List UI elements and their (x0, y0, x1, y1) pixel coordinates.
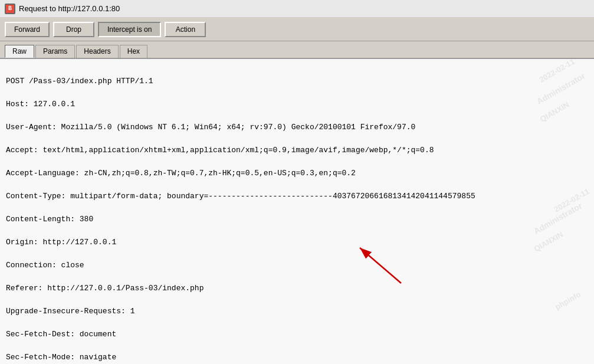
user-agent-header: User-Agent: Mozilla/5.0 (Windows NT 6.1;… (6, 123, 415, 132)
tab-raw[interactable]: Raw (5, 45, 34, 58)
content-type-header: Content-Type: multipart/form-data; bound… (6, 192, 475, 201)
content-length-header: Content-Length: 380 (6, 215, 93, 224)
request-content: 2022-02-11 Administrator QIANXIN 2022-02… (0, 59, 594, 364)
forward-button[interactable]: Forward (5, 22, 50, 37)
title-text: Request to http://127.0.0.1:80 (19, 4, 120, 13)
upgrade-header: Upgrade-Insecure-Requests: 1 (6, 307, 134, 316)
sec-fetch-dest: Sec-Fetch-Dest: document (6, 330, 116, 339)
intercept-button[interactable]: Intercept is on (98, 22, 161, 37)
title-bar: B Request to http://127.0.0.1:80 (0, 0, 594, 18)
accept-header: Accept: text/html,application/xhtml+xml,… (6, 146, 434, 155)
tab-params[interactable]: Params (35, 45, 75, 58)
connection-header: Connection: close (6, 261, 84, 270)
host-header: Host: 127.0.0.1 (6, 100, 75, 109)
http-request-text: POST /Pass-03/index.php HTTP/1.1 Host: 1… (6, 64, 588, 364)
sec-fetch-mode: Sec-Fetch-Mode: navigate (6, 353, 116, 362)
request-line: POST /Pass-03/index.php HTTP/1.1 (6, 77, 153, 86)
drop-button[interactable]: Drop (53, 22, 94, 37)
toolbar: Forward Drop Intercept is on Action (0, 18, 594, 41)
tab-bar: Raw Params Headers Hex (0, 41, 594, 59)
app-icon: B (5, 4, 15, 14)
origin-header: Origin: http://127.0.0.1 (6, 238, 116, 247)
accept-language-header: Accept-Language: zh-CN,zh;q=0.8,zh-TW;q=… (6, 169, 356, 178)
tab-headers[interactable]: Headers (76, 45, 118, 58)
tab-hex[interactable]: Hex (120, 45, 147, 58)
referer-header: Referer: http://127.0.0.1/Pass-03/index.… (6, 284, 204, 293)
action-button[interactable]: Action (165, 22, 206, 37)
